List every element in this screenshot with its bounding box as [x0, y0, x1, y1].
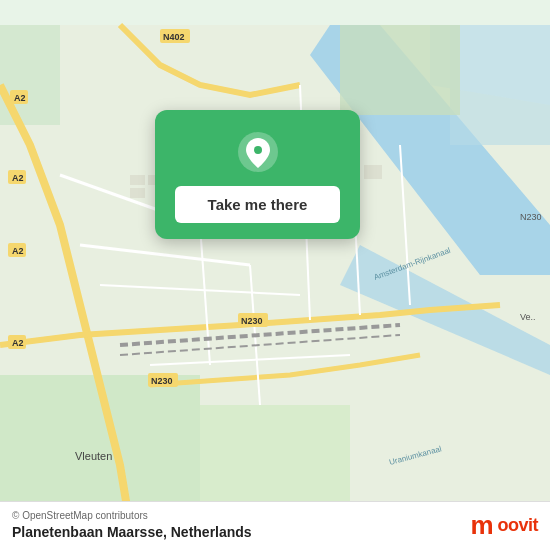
bottom-bar: © OpenStreetMap contributors Planetenbaa… [0, 501, 550, 550]
svg-text:N230: N230 [241, 316, 263, 326]
svg-point-49 [254, 146, 262, 154]
svg-text:Ve..: Ve.. [520, 312, 536, 322]
svg-rect-45 [364, 165, 382, 179]
svg-text:A2: A2 [12, 338, 24, 348]
svg-text:A2: A2 [14, 93, 26, 103]
svg-rect-5 [340, 25, 460, 115]
location-card: Take me there [155, 110, 360, 239]
map-background: A2 A2 A2 A2 A2 N402 N230 N230 Amsterdam-… [0, 0, 550, 550]
moovit-text: oovit [498, 515, 539, 536]
svg-text:N230: N230 [520, 212, 542, 222]
svg-rect-42 [130, 188, 145, 198]
map-container: A2 A2 A2 A2 A2 N402 N230 N230 Amsterdam-… [0, 0, 550, 550]
location-name: Planetenbaan Maarsse, Netherlands [12, 524, 252, 540]
svg-text:Vleuten: Vleuten [75, 450, 112, 462]
svg-text:N230: N230 [151, 376, 173, 386]
svg-text:A2: A2 [12, 246, 24, 256]
moovit-logo: m oovit [470, 512, 538, 538]
moovit-m-letter: m [470, 512, 493, 538]
svg-rect-40 [130, 175, 145, 185]
location-pin-icon [236, 130, 280, 174]
copyright-text: © OpenStreetMap contributors [12, 510, 252, 521]
svg-text:N402: N402 [163, 32, 185, 42]
bottom-left-info: © OpenStreetMap contributors Planetenbaa… [12, 510, 252, 540]
pin-icon-wrap [234, 128, 282, 176]
svg-text:A2: A2 [12, 173, 24, 183]
take-me-there-button[interactable]: Take me there [175, 186, 340, 223]
